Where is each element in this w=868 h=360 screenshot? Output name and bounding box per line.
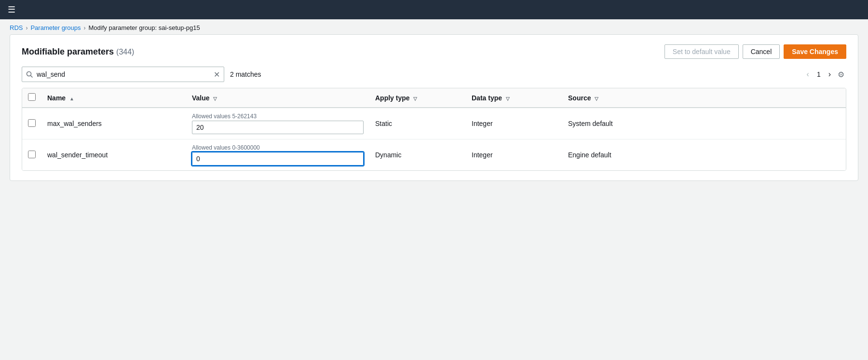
- table-row: max_wal_senders Allowed values 5-262143 …: [22, 108, 846, 139]
- row1-checkbox[interactable]: [28, 119, 36, 127]
- row1-name: max_wal_senders: [41, 108, 186, 139]
- save-changes-button[interactable]: Save Changes: [784, 44, 846, 59]
- breadcrumb-current: Modify parameter group: sai-setup-pg15: [89, 24, 200, 31]
- next-page-button[interactable]: ›: [826, 68, 834, 81]
- clear-search-button[interactable]: ✕: [210, 70, 224, 79]
- section-title-wrap: Modifiable parameters (344): [22, 47, 134, 57]
- search-matches-wrap: ✕ 2 matches: [22, 67, 261, 82]
- select-all-checkbox[interactable]: [28, 93, 36, 101]
- menu-icon[interactable]: ☰: [8, 4, 15, 15]
- row2-value-wrapper: Allowed values 0-3600000: [192, 144, 364, 166]
- header-apply-type[interactable]: Apply type ▽: [369, 88, 466, 108]
- page-number: 1: [814, 70, 824, 78]
- row1-allowed-values-label: Allowed values 5-262143: [192, 113, 364, 120]
- breadcrumb-sep-2: ›: [84, 25, 86, 31]
- row1-value-input[interactable]: [192, 121, 364, 134]
- row1-value-wrapper: Allowed values 5-262143: [192, 113, 364, 134]
- header-source[interactable]: Source ▽: [562, 88, 846, 108]
- header-checkbox-cell: [22, 88, 41, 108]
- row2-name: wal_sender_timeout: [41, 139, 186, 171]
- row1-value-cell: Allowed values 5-262143: [186, 108, 369, 139]
- row2-checkbox[interactable]: [28, 151, 36, 158]
- header-data-type[interactable]: Data type ▽: [466, 88, 562, 108]
- data-type-sort-icon: ▽: [506, 96, 510, 101]
- header-actions: Set to default value Cancel Save Changes: [665, 44, 846, 59]
- row1-checkbox-cell: [22, 108, 41, 139]
- row1-data-type: Integer: [466, 108, 562, 139]
- search-pagination-row: ✕ 2 matches ‹ 1 › ⚙: [22, 67, 846, 82]
- section-header: Modifiable parameters (344) Set to defau…: [22, 44, 846, 59]
- apply-type-sort-icon: ▽: [413, 96, 417, 101]
- matches-text: 2 matches: [230, 70, 261, 78]
- set-default-button[interactable]: Set to default value: [665, 44, 739, 59]
- main-content: Modifiable parameters (344) Set to defau…: [10, 34, 858, 181]
- search-wrapper: ✕: [22, 67, 224, 82]
- search-input[interactable]: [37, 67, 210, 82]
- source-sort-icon: ▽: [595, 96, 598, 101]
- svg-line-1: [31, 76, 33, 78]
- cancel-button[interactable]: Cancel: [743, 44, 780, 59]
- row1-apply-type: Static: [369, 108, 466, 139]
- table-header-row: Name ▲ Value ▽ Apply type ▽ Data type ▽: [22, 88, 846, 108]
- table-settings-button[interactable]: ⚙: [836, 68, 846, 81]
- row1-source: System default: [562, 108, 846, 139]
- row2-allowed-values-label: Allowed values 0-3600000: [192, 144, 364, 151]
- name-sort-icon: ▲: [69, 96, 74, 101]
- pagination-row: ‹ 1 › ⚙: [804, 68, 846, 81]
- prev-page-button[interactable]: ‹: [804, 68, 812, 81]
- breadcrumb: RDS › Parameter groups › Modify paramete…: [0, 19, 868, 34]
- breadcrumb-param-groups-link[interactable]: Parameter groups: [30, 24, 81, 31]
- header-value[interactable]: Value ▽: [186, 88, 369, 108]
- breadcrumb-sep-1: ›: [26, 25, 27, 31]
- row2-value-input[interactable]: [192, 152, 364, 166]
- parameters-table: Name ▲ Value ▽ Apply type ▽ Data type ▽: [22, 88, 846, 171]
- section-count: (344): [116, 48, 134, 56]
- row2-checkbox-cell: [22, 139, 41, 171]
- table-row: wal_sender_timeout Allowed values 0-3600…: [22, 139, 846, 171]
- row2-value-cell: Allowed values 0-3600000: [186, 139, 369, 171]
- header-name[interactable]: Name ▲: [41, 88, 186, 108]
- section-title: Modifiable parameters (344): [22, 47, 134, 56]
- row2-data-type: Integer: [466, 139, 562, 171]
- value-sort-icon: ▽: [213, 96, 217, 101]
- row2-apply-type: Dynamic: [369, 139, 466, 171]
- breadcrumb-rds-link[interactable]: RDS: [10, 24, 23, 31]
- top-navigation: ☰: [0, 0, 868, 19]
- row2-source: Engine default: [562, 139, 846, 171]
- search-icon: [22, 71, 37, 78]
